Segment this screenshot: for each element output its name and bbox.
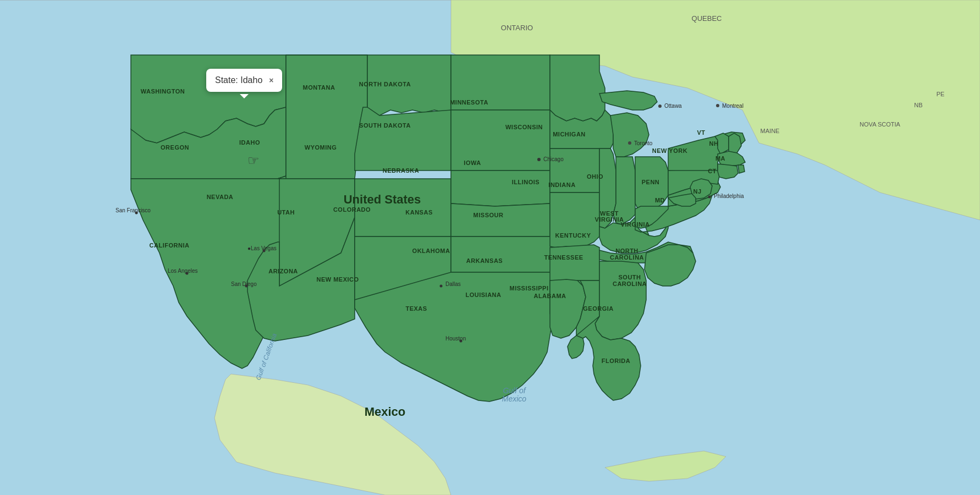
- los-angeles-dot: [186, 272, 189, 275]
- houston-dot: [460, 340, 463, 343]
- chicago-dot: [537, 158, 541, 161]
- state-arkansas[interactable]: [550, 245, 599, 280]
- dallas-dot: [440, 285, 443, 288]
- las-vegas-dot: [263, 250, 266, 252]
- philadelphia-dot: [708, 196, 711, 199]
- state-indiana[interactable]: [613, 157, 635, 224]
- montreal-dot: [716, 104, 719, 107]
- state-ohio[interactable]: [635, 157, 668, 211]
- state-kansas[interactable]: [451, 204, 550, 237]
- state-missouri[interactable]: [550, 193, 599, 248]
- map-container: WASHINGTON OREGON CALIFORNIA NEVADA IDAH…: [0, 0, 980, 495]
- san-francisco-dot: [135, 212, 138, 215]
- ottawa-dot: [658, 105, 662, 108]
- state-iowa[interactable]: [550, 148, 599, 193]
- cursor-pointer: ☞: [247, 153, 260, 168]
- state-north-dakota[interactable]: [451, 55, 550, 110]
- state-oklahoma[interactable]: [451, 237, 555, 272]
- state-colorado[interactable]: [355, 179, 451, 237]
- state-connecticut[interactable]: [718, 164, 738, 179]
- state-wyoming[interactable]: [355, 107, 451, 170]
- state-south-dakota[interactable]: [451, 110, 550, 170]
- popup-close-button[interactable]: ×: [269, 76, 273, 85]
- state-minnesota[interactable]: [550, 55, 605, 121]
- state-nebraska[interactable]: [451, 170, 550, 206]
- state-rhode-island[interactable]: [738, 165, 745, 173]
- state-popup: State: Idaho ×: [206, 69, 282, 92]
- san-diego-dot: [245, 285, 248, 288]
- popup-state-label: State: Idaho: [215, 75, 262, 85]
- toronto-dot: [628, 141, 631, 145]
